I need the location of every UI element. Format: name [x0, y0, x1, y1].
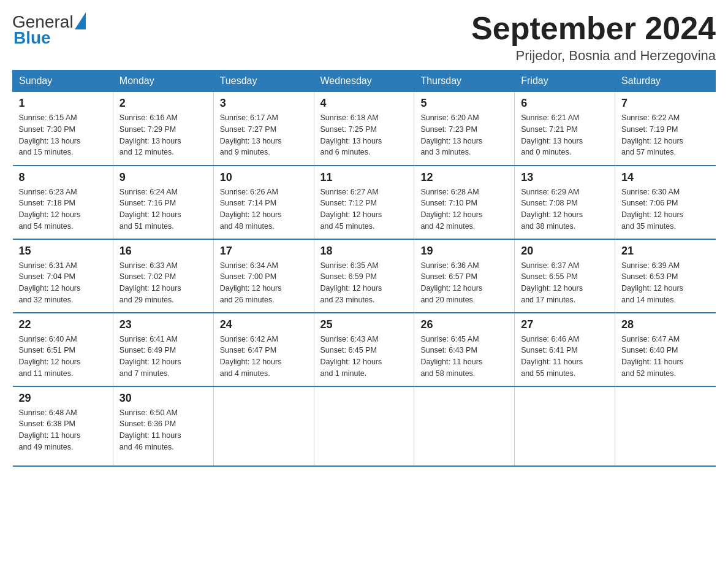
day-number: 15: [19, 245, 107, 258]
day-info: Sunrise: 6:34 AM Sunset: 7:00 PM Dayligh…: [220, 260, 308, 306]
calendar-cell: 19Sunrise: 6:36 AM Sunset: 6:57 PM Dayli…: [414, 239, 515, 313]
day-info: Sunrise: 6:43 AM Sunset: 6:45 PM Dayligh…: [320, 334, 408, 380]
day-info: Sunrise: 6:16 AM Sunset: 7:29 PM Dayligh…: [119, 112, 207, 158]
day-number: 17: [220, 245, 308, 258]
day-info: Sunrise: 6:37 AM Sunset: 6:55 PM Dayligh…: [521, 260, 609, 306]
calendar-cell: 11Sunrise: 6:27 AM Sunset: 7:12 PM Dayli…: [314, 166, 414, 239]
calendar-cell: [314, 386, 414, 466]
calendar-cell: 18Sunrise: 6:35 AM Sunset: 6:59 PM Dayli…: [314, 239, 414, 313]
day-info: Sunrise: 6:41 AM Sunset: 6:49 PM Dayligh…: [119, 334, 207, 380]
calendar-cell: 13Sunrise: 6:29 AM Sunset: 7:08 PM Dayli…: [515, 166, 615, 239]
calendar-cell: 17Sunrise: 6:34 AM Sunset: 7:00 PM Dayli…: [213, 239, 314, 313]
calendar-cell: 7Sunrise: 6:22 AM Sunset: 7:19 PM Daylig…: [615, 92, 716, 166]
day-info: Sunrise: 6:21 AM Sunset: 7:21 PM Dayligh…: [521, 112, 609, 158]
day-info: Sunrise: 6:26 AM Sunset: 7:14 PM Dayligh…: [220, 186, 308, 232]
day-number: 8: [19, 171, 107, 184]
calendar-cell: [615, 386, 716, 466]
calendar-cell: 23Sunrise: 6:41 AM Sunset: 6:49 PM Dayli…: [113, 313, 213, 386]
calendar-cell: 14Sunrise: 6:30 AM Sunset: 7:06 PM Dayli…: [615, 166, 716, 239]
day-number: 19: [420, 245, 508, 258]
header-tuesday: Tuesday: [213, 71, 314, 92]
calendar-cell: 28Sunrise: 6:47 AM Sunset: 6:40 PM Dayli…: [615, 313, 716, 386]
day-info: Sunrise: 6:30 AM Sunset: 7:06 PM Dayligh…: [621, 186, 709, 232]
calendar-table: SundayMondayTuesdayWednesdayThursdayFrid…: [12, 70, 716, 467]
header-wednesday: Wednesday: [314, 71, 414, 92]
calendar-header-row: SundayMondayTuesdayWednesdayThursdayFrid…: [13, 71, 716, 92]
day-info: Sunrise: 6:35 AM Sunset: 6:59 PM Dayligh…: [320, 260, 408, 306]
day-info: Sunrise: 6:42 AM Sunset: 6:47 PM Dayligh…: [220, 334, 308, 380]
day-number: 4: [320, 97, 408, 110]
day-number: 11: [320, 171, 408, 184]
day-number: 18: [320, 245, 408, 258]
calendar-cell: 30Sunrise: 6:50 AM Sunset: 6:36 PM Dayli…: [113, 386, 213, 466]
calendar-cell: 5Sunrise: 6:20 AM Sunset: 7:23 PM Daylig…: [414, 92, 515, 166]
day-info: Sunrise: 6:15 AM Sunset: 7:30 PM Dayligh…: [19, 112, 107, 158]
day-number: 20: [521, 245, 609, 258]
calendar-cell: 22Sunrise: 6:40 AM Sunset: 6:51 PM Dayli…: [13, 313, 113, 386]
day-info: Sunrise: 6:23 AM Sunset: 7:18 PM Dayligh…: [19, 186, 107, 232]
calendar-cell: 2Sunrise: 6:16 AM Sunset: 7:29 PM Daylig…: [113, 92, 213, 166]
day-number: 26: [420, 318, 508, 331]
day-info: Sunrise: 6:46 AM Sunset: 6:41 PM Dayligh…: [521, 334, 609, 380]
day-info: Sunrise: 6:39 AM Sunset: 6:53 PM Dayligh…: [621, 260, 709, 306]
calendar-cell: 25Sunrise: 6:43 AM Sunset: 6:45 PM Dayli…: [314, 313, 414, 386]
day-info: Sunrise: 6:47 AM Sunset: 6:40 PM Dayligh…: [621, 334, 709, 380]
calendar-cell: 21Sunrise: 6:39 AM Sunset: 6:53 PM Dayli…: [615, 239, 716, 313]
day-number: 10: [220, 171, 308, 184]
day-info: Sunrise: 6:45 AM Sunset: 6:43 PM Dayligh…: [420, 334, 508, 380]
calendar-cell: 15Sunrise: 6:31 AM Sunset: 7:04 PM Dayli…: [13, 239, 113, 313]
header-sunday: Sunday: [13, 71, 113, 92]
calendar-cell: 29Sunrise: 6:48 AM Sunset: 6:38 PM Dayli…: [13, 386, 113, 466]
day-info: Sunrise: 6:20 AM Sunset: 7:23 PM Dayligh…: [420, 112, 508, 158]
header-friday: Friday: [515, 71, 615, 92]
calendar-week-row: 29Sunrise: 6:48 AM Sunset: 6:38 PM Dayli…: [13, 386, 716, 466]
day-info: Sunrise: 6:31 AM Sunset: 7:04 PM Dayligh…: [19, 260, 107, 306]
logo-blue-text: Blue: [13, 28, 51, 48]
day-info: Sunrise: 6:24 AM Sunset: 7:16 PM Dayligh…: [119, 186, 207, 232]
header-thursday: Thursday: [414, 71, 515, 92]
day-number: 1: [19, 97, 107, 110]
calendar-cell: 9Sunrise: 6:24 AM Sunset: 7:16 PM Daylig…: [113, 166, 213, 239]
day-info: Sunrise: 6:22 AM Sunset: 7:19 PM Dayligh…: [621, 112, 709, 158]
header-saturday: Saturday: [615, 71, 716, 92]
calendar-week-row: 15Sunrise: 6:31 AM Sunset: 7:04 PM Dayli…: [13, 239, 716, 313]
calendar-cell: 20Sunrise: 6:37 AM Sunset: 6:55 PM Dayli…: [515, 239, 615, 313]
location-subtitle: Prijedor, Bosnia and Herzegovina: [471, 48, 716, 64]
calendar-cell: 6Sunrise: 6:21 AM Sunset: 7:21 PM Daylig…: [515, 92, 615, 166]
day-number: 29: [19, 392, 107, 405]
day-number: 22: [19, 318, 107, 331]
calendar-cell: 12Sunrise: 6:28 AM Sunset: 7:10 PM Dayli…: [414, 166, 515, 239]
calendar-week-row: 8Sunrise: 6:23 AM Sunset: 7:18 PM Daylig…: [13, 166, 716, 239]
title-area: September 2024 Prijedor, Bosnia and Herz…: [471, 12, 716, 64]
day-number: 30: [119, 392, 207, 405]
day-info: Sunrise: 6:40 AM Sunset: 6:51 PM Dayligh…: [19, 334, 107, 380]
day-number: 28: [621, 318, 709, 331]
calendar-cell: 16Sunrise: 6:33 AM Sunset: 7:02 PM Dayli…: [113, 239, 213, 313]
day-info: Sunrise: 6:29 AM Sunset: 7:08 PM Dayligh…: [521, 186, 609, 232]
logo: General Blue: [12, 12, 86, 48]
day-info: Sunrise: 6:48 AM Sunset: 6:38 PM Dayligh…: [19, 407, 107, 453]
day-info: Sunrise: 6:36 AM Sunset: 6:57 PM Dayligh…: [420, 260, 508, 306]
day-number: 9: [119, 171, 207, 184]
calendar-cell: 4Sunrise: 6:18 AM Sunset: 7:25 PM Daylig…: [314, 92, 414, 166]
day-number: 14: [621, 171, 709, 184]
day-number: 12: [420, 171, 508, 184]
calendar-cell: [213, 386, 314, 466]
day-number: 21: [621, 245, 709, 258]
day-info: Sunrise: 6:17 AM Sunset: 7:27 PM Dayligh…: [220, 112, 308, 158]
day-number: 13: [521, 171, 609, 184]
calendar-cell: 1Sunrise: 6:15 AM Sunset: 7:30 PM Daylig…: [13, 92, 113, 166]
day-number: 25: [320, 318, 408, 331]
calendar-cell: 27Sunrise: 6:46 AM Sunset: 6:41 PM Dayli…: [515, 313, 615, 386]
calendar-cell: 3Sunrise: 6:17 AM Sunset: 7:27 PM Daylig…: [213, 92, 314, 166]
calendar-cell: [515, 386, 615, 466]
day-number: 7: [621, 97, 709, 110]
day-number: 27: [521, 318, 609, 331]
calendar-week-row: 22Sunrise: 6:40 AM Sunset: 6:51 PM Dayli…: [13, 313, 716, 386]
page-header: General Blue September 2024 Prijedor, Bo…: [12, 12, 716, 64]
day-info: Sunrise: 6:28 AM Sunset: 7:10 PM Dayligh…: [420, 186, 508, 232]
day-info: Sunrise: 6:50 AM Sunset: 6:36 PM Dayligh…: [119, 407, 207, 453]
day-number: 3: [220, 97, 308, 110]
day-number: 23: [119, 318, 207, 331]
calendar-cell: 24Sunrise: 6:42 AM Sunset: 6:47 PM Dayli…: [213, 313, 314, 386]
